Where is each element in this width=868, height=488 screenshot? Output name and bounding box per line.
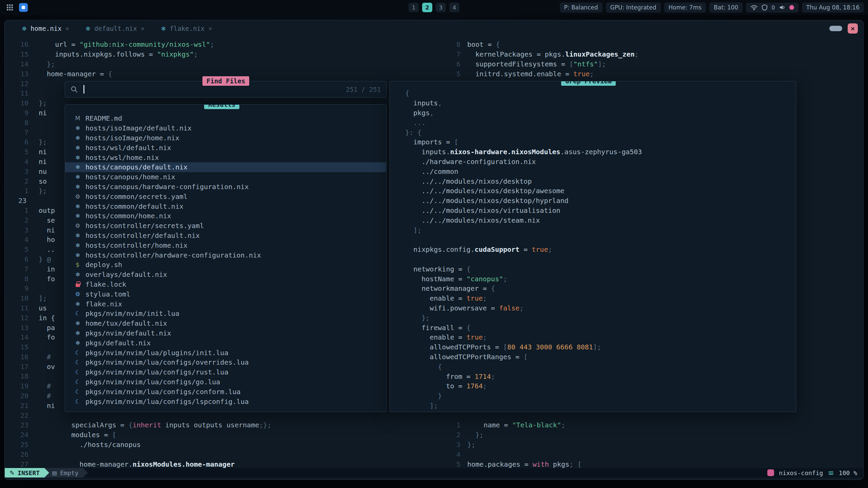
result-filename: hosts/common/default.nix xyxy=(85,202,183,210)
window-pill-button[interactable] xyxy=(829,26,842,31)
md-file-icon: M xyxy=(73,115,82,122)
result-item[interactable]: ❄pkgs/default.nix xyxy=(65,338,386,348)
workspace-4[interactable]: 4 xyxy=(449,3,459,12)
result-item[interactable]: ❄hosts/controller/hardware-configuration… xyxy=(65,250,386,260)
result-item[interactable]: ❄overlays/default.nix xyxy=(65,270,386,280)
line-number: 5 xyxy=(9,148,28,156)
nix-file-icon: ❄ xyxy=(73,340,82,346)
result-item[interactable]: ⚙hosts/controller/secrets.yaml xyxy=(65,221,386,231)
tab-label: home.nix xyxy=(31,25,62,32)
result-item[interactable]: ❄hosts/controller/default.nix xyxy=(65,231,386,241)
line-number: 7 xyxy=(9,128,28,137)
volume-icon[interactable] xyxy=(779,5,785,10)
result-item[interactable]: ❄hosts/isoImage/default.nix xyxy=(65,123,386,133)
result-item[interactable]: ❄pkgs/nvim/default.nix xyxy=(65,328,386,338)
tab-label: default.nix xyxy=(94,25,137,32)
result-item[interactable]: ❄home/tux/default.nix xyxy=(65,319,386,328)
result-item[interactable]: $deploy.sh xyxy=(65,260,386,270)
line-number: 12 xyxy=(9,314,28,322)
result-item[interactable]: ❄hosts/isoImage/home.nix xyxy=(65,133,386,143)
result-item[interactable]: ☾pkgs/nvim/nvim/lua/configs/lspconfig.lu… xyxy=(65,396,386,406)
home-ping-module: Home: 7ms xyxy=(664,2,706,13)
result-item[interactable]: flake.lock xyxy=(65,280,386,289)
result-item[interactable]: ☾pkgs/nvim/nvim/lua/configs/go.lua xyxy=(65,377,386,387)
result-item[interactable]: ☾pkgs/nvim/nvim/lua/plugins/init.lua xyxy=(65,348,386,358)
nix-file-icon: ❄ xyxy=(73,183,82,190)
workspace-3[interactable]: 3 xyxy=(436,3,446,12)
code-line: ../../modules/nixos/steam.nix xyxy=(395,215,642,225)
result-item[interactable]: ❄hosts/wsl/default.nix xyxy=(65,143,386,152)
tab-close-icon[interactable]: × xyxy=(209,25,212,32)
line-number: 8 xyxy=(9,275,28,283)
tab-flake-nix[interactable]: ❄ flake.nix × xyxy=(153,20,220,37)
line-number: 24 xyxy=(9,431,28,439)
nix-file-icon: ❄ xyxy=(73,212,82,219)
code-line: }; xyxy=(395,313,642,323)
line-number: 6 xyxy=(9,138,28,146)
result-item[interactable]: ☾pkgs/nvim/nvim/lua/configs/conform.lua xyxy=(65,387,386,396)
nix-file-icon: ❄ xyxy=(73,232,82,239)
nix-file-icon: ❄ xyxy=(73,125,82,131)
result-item[interactable]: ❄hosts/wsl/home.nix xyxy=(65,152,386,162)
app-launcher-icon[interactable] xyxy=(5,3,14,12)
workspace-2[interactable]: 2 xyxy=(422,3,432,12)
result-filename: pkgs/nvim/nvim/lua/configs/lspconfig.lua xyxy=(85,398,249,406)
code-line xyxy=(395,235,642,245)
statusline: ✎ INSERT ▤ Empty nixos-config ≡ 100 % xyxy=(5,468,863,477)
result-filename: pkgs/nvim/nvim/lua/configs/rust.lua xyxy=(85,368,228,376)
result-item[interactable]: MREADME.md xyxy=(65,114,386,123)
line-number: 19 xyxy=(9,382,28,390)
preview-code: { inputs, pkgs, ...}: { imports = [ inpu… xyxy=(395,88,642,410)
result-filename: hosts/wsl/default.nix xyxy=(85,144,171,152)
workspace-1[interactable]: 1 xyxy=(409,3,419,12)
tab-close-icon[interactable]: × xyxy=(141,25,144,32)
code-line: 6 supportedFilesystems = ["ntfs"]; xyxy=(450,59,639,69)
tab-close-icon[interactable]: × xyxy=(65,25,69,32)
line-number: 1 xyxy=(450,421,460,429)
sh-file-icon: $ xyxy=(73,261,82,268)
code-line: } xyxy=(395,391,642,401)
project-name: nixos-config xyxy=(779,469,823,476)
result-item[interactable]: ❄flake.nix xyxy=(65,299,386,309)
notification-count: 0 xyxy=(771,4,775,11)
code-line: 27 home-manager.nixosModules.home-manage… xyxy=(9,459,271,469)
line-number: 5 xyxy=(450,460,460,468)
result-item[interactable]: ❄hosts/controller/home.nix xyxy=(65,240,386,250)
code-line: networking = { xyxy=(395,264,642,274)
right-editor-pane-top[interactable]: 8boot = {7 kernelPackages = pkgs.linuxPa… xyxy=(450,40,639,79)
window-close-button[interactable]: × xyxy=(848,23,858,34)
accent-dot-icon[interactable] xyxy=(789,5,794,10)
result-item[interactable]: ❄hosts/canopus/default.nix xyxy=(65,162,386,172)
line-number: 26 xyxy=(9,450,28,459)
result-item[interactable]: ❄hosts/common/home.nix xyxy=(65,211,386,221)
code-line: enable = true; xyxy=(395,293,642,303)
tab-home-nix[interactable]: ❄ home.nix × xyxy=(14,20,77,37)
result-item[interactable]: ❄hosts/canopus/home.nix xyxy=(65,172,386,182)
power-profile-module: P: Balanced xyxy=(560,2,603,13)
wifi-icon[interactable] xyxy=(750,4,758,11)
result-item[interactable]: ⚙hosts/common/secrets.yaml xyxy=(65,191,386,201)
nix-file-icon: ❄ xyxy=(73,164,82,170)
result-item[interactable]: ❄hosts/canopus/hardware-configuration.ni… xyxy=(65,182,386,192)
line-number: 2 xyxy=(9,216,28,224)
powerline-separator xyxy=(44,468,49,477)
line-number: 20 xyxy=(9,392,28,400)
tab-default-nix[interactable]: ❄ default.nix × xyxy=(77,20,153,37)
lua-file-icon: ☾ xyxy=(73,369,82,375)
result-item[interactable]: ☾pkgs/nvim/nvim/init.lua xyxy=(65,309,386,319)
nix-file-icon: ❄ xyxy=(73,174,82,180)
result-item[interactable]: ⚙stylua.toml xyxy=(65,289,386,299)
code-line: { xyxy=(395,88,642,98)
shield-icon[interactable] xyxy=(762,4,767,11)
app-logo-icon[interactable] xyxy=(19,3,28,12)
yaml-file-icon: ⚙ xyxy=(73,222,82,229)
line-number: 2 xyxy=(9,177,28,185)
right-editor-pane-bottom[interactable]: 1 name = "Tela-black";2 };3};45home.pack… xyxy=(450,420,581,469)
result-filename: hosts/controller/secrets.yaml xyxy=(85,222,204,230)
lua-file-icon: ☾ xyxy=(73,388,82,395)
result-item[interactable]: ☾pkgs/nvim/nvim/lua/configs/rust.lua xyxy=(65,367,386,377)
result-item[interactable]: ☾pkgs/nvim/nvim/lua/configs/overrides.lu… xyxy=(65,358,386,367)
nix-file-icon: ❄ xyxy=(22,25,27,32)
result-item[interactable]: ❄hosts/common/default.nix xyxy=(65,201,386,211)
code-line: inputs, xyxy=(395,98,642,108)
